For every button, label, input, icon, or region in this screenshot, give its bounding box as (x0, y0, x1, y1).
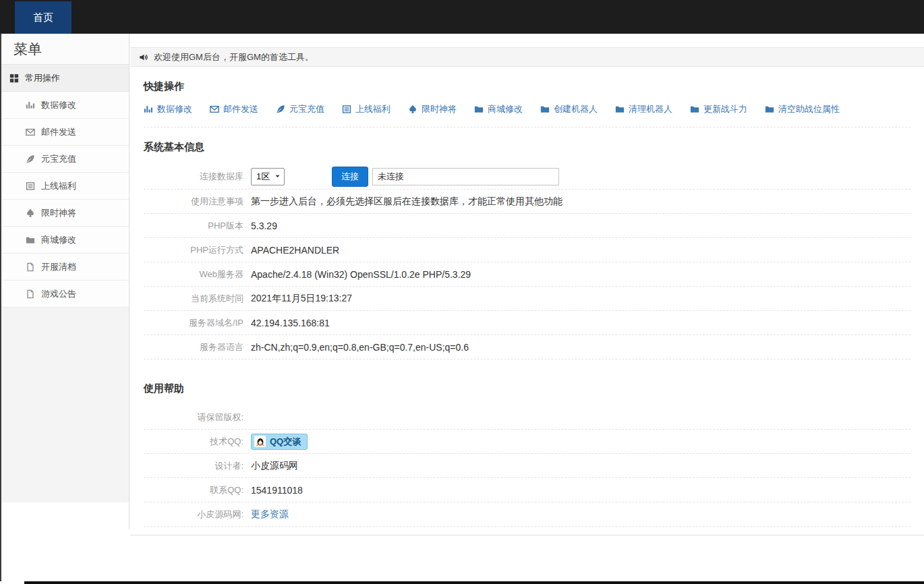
chevron-down-icon (275, 173, 281, 179)
info-row: 当前系统时间 2021年11月5日19:13:27 (144, 287, 911, 311)
info-row-label: Web服务器 (144, 268, 243, 281)
quick-links-row: 数据修改 邮件发送 元宝充值 上线福利 限时神将 商城修改 创建机器人 清理机器… (144, 103, 911, 127)
sidebar-item[interactable]: 邮件发送 (0, 119, 129, 146)
help-row-label: 小皮源码网: (144, 508, 243, 521)
info-row-value: 第一步进入后台，必须先选择区服后在连接数据库，才能正常使用其他功能 (251, 196, 562, 208)
more-resources-link[interactable]: 更多资源 (251, 508, 289, 519)
help-title: 使用帮助 (144, 382, 911, 395)
quick-link-label: 商城修改 (488, 103, 523, 115)
system-info-title: 系统基本信息 (144, 141, 911, 154)
quick-link[interactable]: 限时神将 (408, 103, 457, 115)
quick-link-label: 数据修改 (157, 103, 192, 115)
sidebar-item[interactable]: 开服清档 (0, 254, 129, 281)
zone-select-value: 1区 (256, 171, 270, 183)
quick-link-label: 限时神将 (422, 103, 457, 115)
folder-icon (615, 105, 625, 114)
info-row-label: 服务器域名/IP (144, 317, 243, 329)
welcome-text: 欢迎使用GM后台，开服GM的首选工具。 (154, 51, 314, 63)
sidebar-item-label: 邮件发送 (41, 126, 76, 138)
info-row-value: APACHE2HANDLER (251, 245, 339, 256)
connect-button[interactable]: 连接 (332, 167, 368, 187)
info-row-label: 当前系统时间 (144, 293, 243, 305)
folder-icon (765, 105, 774, 114)
quick-link[interactable]: 数据修改 (144, 103, 192, 115)
sidebar-item[interactable]: 商城修改 (0, 227, 129, 254)
top-bar: 首页 (0, 0, 924, 34)
qq-penguin-icon (254, 436, 266, 447)
chart-bar-icon (144, 105, 153, 114)
help-row-value: 小皮源码网 (251, 460, 298, 471)
file-icon (26, 262, 35, 272)
quick-link-label: 创建机器人 (554, 103, 598, 115)
folder-icon (690, 105, 699, 114)
content-panel: 快捷操作 数据修改 邮件发送 元宝充值 上线福利 限时神将 商城修改 创建机器人… (130, 80, 924, 535)
sidebar-item-label: 元宝充值 (41, 153, 76, 165)
quick-link[interactable]: 清理机器人 (615, 103, 672, 115)
connect-db-controls: 1区 连接 (251, 167, 559, 187)
envelope-icon (26, 127, 35, 137)
connect-status-input[interactable] (372, 168, 559, 185)
sidebar-item[interactable]: 游戏公告 (0, 281, 129, 308)
sidebar-group-common-ops[interactable]: 常用操作 (0, 65, 129, 92)
quick-link[interactable]: 元宝充值 (276, 103, 324, 115)
zone-select[interactable]: 1区 (251, 168, 285, 185)
sidebar-item-list: 数据修改 邮件发送 元宝充值 上线福利 限时神将 商城修改 开服清档 游戏公告 (0, 92, 129, 308)
sidebar-item[interactable]: 上线福利 (0, 173, 129, 200)
quill-icon (26, 154, 35, 164)
sidebar-group-label: 常用操作 (25, 72, 60, 84)
list-icon (26, 181, 35, 191)
quick-link[interactable]: 更新战斗力 (690, 103, 747, 115)
sidebar-item[interactable]: 数据修改 (0, 92, 129, 119)
sidebar: 菜单 常用操作 数据修改 邮件发送 元宝充值 上线福利 限时神将 商城修改 开服… (0, 34, 129, 529)
spade-icon (26, 208, 35, 218)
quick-link-label: 元宝充值 (289, 103, 324, 115)
quill-icon (276, 105, 285, 114)
info-row-value: 5.3.29 (251, 221, 277, 231)
folder-icon (26, 235, 35, 245)
quick-link-label: 清空助战位属性 (778, 103, 840, 115)
quick-link[interactable]: 创建机器人 (540, 103, 598, 115)
tab-home[interactable]: 首页 (15, 1, 71, 34)
quick-link[interactable]: 清空助战位属性 (765, 103, 840, 115)
quick-link-label: 清理机器人 (629, 103, 672, 115)
quick-link[interactable]: 商城修改 (474, 103, 523, 115)
folder-icon (540, 105, 550, 114)
help-row-label: 设计者: (144, 460, 243, 472)
quick-link[interactable]: 上线福利 (342, 103, 391, 115)
envelope-icon (210, 105, 219, 114)
info-row: Web服务器 Apache/2.4.18 (Win32) OpenSSL/1.0… (144, 262, 911, 287)
quick-actions-title: 快捷操作 (144, 80, 911, 93)
info-row-value: zh-CN,zh;q=0.9,en;q=0.8,en-GB;q=0.7,en-U… (251, 342, 469, 353)
sidebar-item-label: 限时神将 (41, 207, 76, 219)
info-row-label: 服务器语言 (144, 341, 243, 353)
chart-bar-icon (26, 100, 35, 110)
info-row: 使用注意事项 第一步进入后台，必须先选择区服后在连接数据库，才能正常使用其他功能 (144, 189, 911, 214)
qq-chat-label: QQ交谈 (270, 436, 301, 448)
grid-icon (9, 74, 19, 83)
info-row-value: 42.194.135.168:81 (251, 318, 330, 328)
help-row: 设计者: 小皮源码网 (144, 454, 911, 478)
quick-link-label: 更新战斗力 (703, 103, 747, 115)
quick-link-label: 邮件发送 (223, 103, 258, 115)
help-row-label: 请保留版权: (144, 411, 243, 424)
folder-icon (474, 105, 484, 114)
info-row-value: Apache/2.4.18 (Win32) OpenSSL/1.0.2e PHP… (251, 269, 471, 280)
qq-chat-button[interactable]: QQ交谈 (251, 434, 308, 450)
help-row: 小皮源码网: 更多资源 (144, 502, 911, 527)
info-row: 服务器域名/IP 42.194.135.168:81 (144, 311, 911, 335)
quick-link[interactable]: 邮件发送 (210, 103, 258, 115)
info-row: PHP版本 5.3.29 (144, 214, 911, 238)
sidebar-item[interactable]: 元宝充值 (0, 146, 129, 173)
main-area: 欢迎使用GM后台，开服GM的首选工具。 快捷操作 数据修改 邮件发送 元宝充值 … (130, 34, 924, 535)
window-left-edge (0, 34, 1, 581)
help-row-label: 技术QQ: (144, 436, 243, 448)
info-row: 服务器语言 zh-CN,zh;q=0.9,en;q=0.8,en-GB;q=0.… (144, 335, 911, 359)
connect-db-label: 连接数据库 (144, 171, 243, 183)
info-row-label: 使用注意事项 (144, 196, 243, 208)
sidebar-item-label: 开服清档 (41, 261, 76, 273)
sidebar-filler (0, 308, 129, 502)
window-bottom-edge (24, 581, 924, 584)
info-row: PHP运行方式 APACHE2HANDLER (144, 238, 911, 262)
spade-icon (408, 105, 417, 114)
sidebar-item[interactable]: 限时神将 (0, 200, 129, 227)
